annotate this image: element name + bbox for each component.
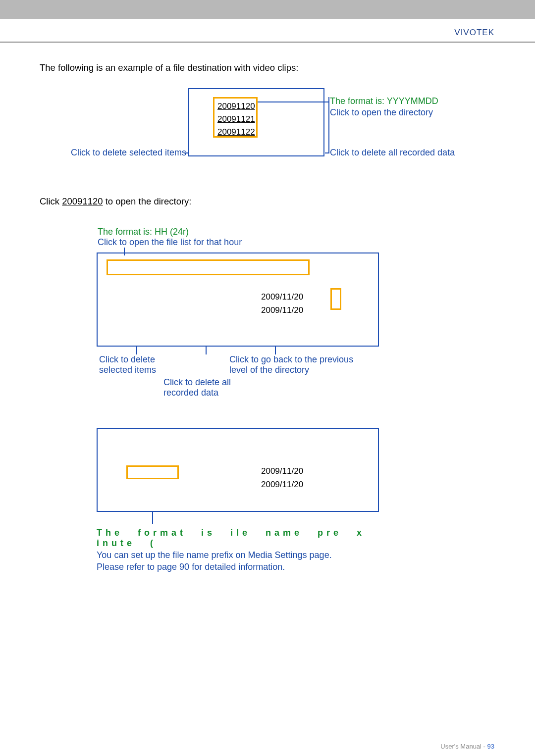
file-panel: 2009/11/20 2009/11/20 [97, 428, 379, 512]
annotation-prefix-info: You can set up the file name prefix on M… [97, 550, 379, 560]
annotation-delete-all: Click to delete all recorded data [330, 148, 455, 158]
connector-line [258, 101, 329, 102]
connector-line [328, 97, 329, 153]
manual-page: VIVOTEK The following is an example of a… [0, 19, 535, 756]
date-item: 2009/11/20 [261, 290, 303, 303]
text: to open the directory: [103, 196, 192, 206]
folder-link-3[interactable]: 20091122 [217, 127, 253, 137]
diagram-files: 2009/11/20 2009/11/20 The format is ile … [97, 428, 379, 572]
section3-format-annotation: The format is ile name pre x inute ( You… [97, 528, 379, 572]
annotation-delete-selected: Click to delete selected items [71, 148, 186, 158]
date-list: 2009/11/20 2009/11/20 [261, 290, 303, 317]
annotation-delete-all: Click to delete all recorded data [163, 377, 263, 398]
diagram-folders: 20091120 20091121 20091122 The format is… [40, 82, 495, 191]
folder-link-1[interactable]: 20091120 [217, 101, 253, 111]
annotation-go-back: Click to go back to the previous level o… [229, 354, 368, 375]
annotation-page-ref: Please refer to page 90 for detailed inf… [97, 562, 379, 572]
scroll-highlight [330, 288, 341, 310]
section2-annotation: The format is: HH (24r) Click to open th… [98, 227, 495, 248]
date-link[interactable]: 20091120 [62, 196, 103, 206]
hour-panel: 2009/11/20 2009/11/20 [97, 252, 379, 347]
annotation-open-hour: Click to open the file list for that hou… [98, 237, 495, 248]
page-number: 93 [487, 743, 494, 750]
intro-text: The following is an example of a file de… [40, 62, 495, 73]
connector-line [325, 152, 329, 153]
annotation-delete-selected: Click to delete selected items [99, 354, 183, 375]
date-item: 2009/11/20 [261, 464, 303, 478]
annotation-format-hh: The format is: HH (24r) [98, 227, 495, 237]
date-item: 2009/11/20 [261, 478, 303, 491]
hour-highlight-bar [107, 259, 310, 275]
diagram-hours: 2009/11/20 2009/11/20 Click to delete se… [97, 252, 379, 411]
section2-under-annotations: Click to delete selected items Click to … [97, 347, 379, 411]
date-item: 2009/11/20 [261, 303, 303, 317]
page-footer: User's Manual - 93 [440, 743, 494, 750]
filename-highlight [126, 465, 179, 479]
connector-tick [152, 512, 153, 524]
folder-highlight: 20091120 20091121 20091122 [213, 97, 258, 138]
page-content: The following is an example of a file de… [0, 43, 535, 572]
annotation-open: Click to open the directory [330, 107, 433, 118]
brand-label: VIVOTEK [454, 28, 494, 38]
annotation-format-filename: The format is ile name pre x inute ( [97, 528, 379, 549]
click-open-text: Click 20091120 to open the directory: [40, 196, 495, 207]
text: Click [40, 196, 62, 206]
folder-link-2[interactable]: 20091121 [217, 114, 253, 124]
footer-label: User's Manual - [440, 743, 487, 750]
annotation-format: The format is: YYYYMMDD [330, 96, 438, 106]
date-list: 2009/11/20 2009/11/20 [261, 464, 303, 491]
page-header: VIVOTEK [0, 19, 535, 43]
